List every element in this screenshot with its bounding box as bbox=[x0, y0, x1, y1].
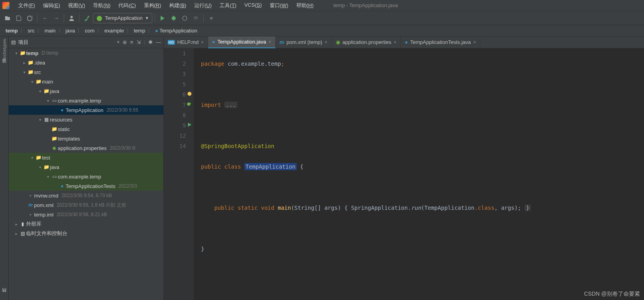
menu-item[interactable]: 重构(R) bbox=[140, 2, 165, 9]
tree-row[interactable]: ▾▦resources bbox=[9, 115, 163, 124]
save-icon[interactable] bbox=[13, 13, 24, 23]
editor-tab[interactable]: ◉application.properties× bbox=[332, 36, 401, 48]
run-icon[interactable] bbox=[157, 13, 168, 23]
breadcrumb-item[interactable]: temp bbox=[132, 28, 147, 34]
menu-item[interactable]: 导航(N) bbox=[89, 2, 114, 9]
breadcrumb-item[interactable]: com bbox=[83, 28, 96, 34]
tree-row[interactable]: ●TempApplication2022/3/30 9:55 bbox=[9, 105, 163, 115]
close-icon[interactable]: × bbox=[394, 40, 396, 45]
editor-area: MDHELP.md×●TempApplication.java×mpom.xml… bbox=[164, 36, 644, 300]
menu-item[interactable]: 文件(F) bbox=[14, 2, 39, 9]
close-icon[interactable]: × bbox=[269, 39, 271, 45]
tree-row[interactable]: ▾📁test bbox=[9, 153, 163, 162]
scratch-icon: ▧ bbox=[19, 231, 26, 236]
maven-icon: m bbox=[280, 39, 284, 45]
gutter: 123567891214 bbox=[164, 48, 194, 300]
editor-tab[interactable]: mpom.xml (temp)× bbox=[276, 36, 332, 48]
tree-row[interactable]: ▸▮外部库 bbox=[9, 219, 163, 229]
tree-row[interactable]: ▸▧临时文件和控制台 bbox=[9, 229, 163, 238]
editor-tab[interactable]: ●TempApplicationTests.java× bbox=[401, 36, 480, 48]
back-icon[interactable]: ← bbox=[40, 13, 50, 23]
tree-row[interactable]: mpom.xml2022/3/30 9:55, 1.9 kB 片刻 之前 bbox=[9, 200, 163, 210]
folder-icon: 📁 bbox=[51, 126, 58, 132]
class-icon: ● bbox=[59, 183, 66, 189]
svg-point-0 bbox=[70, 16, 73, 18]
menu-item[interactable]: 代码(C) bbox=[114, 2, 140, 9]
menu-item[interactable]: 工具(T) bbox=[216, 2, 241, 9]
chevron-down-icon[interactable]: ▼ bbox=[116, 40, 120, 44]
file-icon: ▫ bbox=[27, 193, 34, 198]
project-icon: ▤ bbox=[11, 39, 16, 45]
menu-item[interactable]: VCS(S) bbox=[241, 2, 266, 9]
editor-tab[interactable]: ●TempApplication.java× bbox=[208, 36, 276, 48]
tree-row[interactable]: ▾📁java bbox=[9, 86, 163, 96]
breadcrumb-item[interactable]: src bbox=[26, 28, 36, 34]
stop-icon: ■ bbox=[206, 13, 216, 23]
tree-row[interactable]: ▾📁tempD:\temp bbox=[9, 48, 163, 58]
class-icon: ● bbox=[59, 107, 66, 113]
app-logo-icon bbox=[2, 2, 9, 9]
close-icon[interactable]: × bbox=[201, 40, 204, 45]
open-icon[interactable] bbox=[2, 13, 13, 23]
tree-row[interactable]: ▾▭com.example.temp bbox=[9, 96, 163, 105]
debug-icon[interactable] bbox=[169, 13, 179, 23]
tree-row[interactable]: ●TempApplicationTests2022/3/3 bbox=[9, 181, 163, 191]
code-content[interactable]: package com.example.temp; import ... @Sp… bbox=[194, 48, 644, 300]
left-tool-strip: Archetypes 项目 结构 bbox=[0, 36, 9, 300]
svg-point-2 bbox=[188, 92, 191, 96]
tree-row[interactable]: ▫temp.iml2022/3/30 9:56, 8.21 kB bbox=[9, 210, 163, 219]
project-tree[interactable]: ▾📁tempD:\temp▸📁.idea▾📁src▾📁main▾📁java▾▭c… bbox=[9, 48, 163, 300]
close-icon[interactable]: × bbox=[473, 40, 476, 45]
package-icon: ▭ bbox=[51, 98, 58, 103]
folder-icon: 📁 bbox=[35, 155, 42, 160]
menu-item[interactable]: 窗口(W) bbox=[266, 2, 292, 9]
profile-icon[interactable]: ⟳ bbox=[191, 13, 201, 23]
code-editor[interactable]: 123567891214 package com.example.temp; i… bbox=[164, 48, 644, 300]
close-icon[interactable]: × bbox=[325, 40, 328, 45]
spring-icon: ⬤ bbox=[97, 15, 102, 21]
menu-item[interactable]: 帮助(H) bbox=[292, 2, 318, 9]
bulb-icon[interactable] bbox=[187, 91, 192, 97]
breadcrumb-item[interactable]: java bbox=[64, 28, 77, 34]
menu-item[interactable]: 运行(U) bbox=[190, 2, 216, 9]
breadcrumb-item[interactable]: temp bbox=[4, 28, 19, 34]
editor-tab[interactable]: MDHELP.md× bbox=[164, 36, 208, 48]
folder-icon: 📁 bbox=[27, 69, 34, 75]
tree-row[interactable]: ▾📁java bbox=[9, 162, 163, 172]
breadcrumb-item[interactable]: example bbox=[103, 28, 125, 34]
breadcrumb-item[interactable]: main bbox=[43, 28, 57, 34]
menu-item[interactable]: 视图(V) bbox=[64, 2, 89, 9]
menubar: 文件(F)编辑(E)视图(V)导航(N)代码(C)重构(R)构建(B)运行(U)… bbox=[0, 0, 644, 11]
hide-icon[interactable]: — bbox=[156, 39, 161, 45]
tree-row[interactable]: ▫mvnw.cmd2022/3/30 9:54, 6.73 kB bbox=[9, 191, 163, 200]
forward-icon[interactable]: → bbox=[51, 13, 61, 23]
tree-row[interactable]: ▾▭com.example.temp bbox=[9, 172, 163, 181]
run-configuration[interactable]: ⬤ TempApplication ▼ bbox=[93, 13, 152, 23]
locate-icon[interactable]: ⊕ bbox=[123, 39, 127, 45]
menu-item[interactable]: 构建(B) bbox=[165, 2, 190, 9]
archetypes-tab[interactable]: Archetypes bbox=[2, 39, 7, 61]
root-icon: 📁 bbox=[19, 50, 26, 56]
tree-row[interactable]: ◉application.properties2022/3/30 9: bbox=[9, 143, 163, 153]
tree-row[interactable]: ▾📁main bbox=[9, 77, 163, 86]
settings-icon[interactable]: ✱ bbox=[148, 39, 153, 45]
coverage-icon[interactable] bbox=[180, 13, 190, 23]
watermark: CSDN @别卷了命要紧 bbox=[584, 291, 640, 298]
hammer-icon[interactable] bbox=[82, 13, 92, 23]
tree-row[interactable]: ▾📁src bbox=[9, 67, 163, 77]
project-panel: ▤ 项目 ▼ ⊕ ≡ ⇲ | ✱ — ▾📁tempD:\temp▸📁.idea▾… bbox=[9, 36, 164, 300]
refresh-icon[interactable] bbox=[25, 13, 35, 23]
tree-row[interactable]: 📁templates bbox=[9, 134, 163, 143]
expand-icon[interactable]: ≡ bbox=[130, 39, 133, 45]
tree-row[interactable]: 📁static bbox=[9, 124, 163, 134]
chevron-down-icon: ▼ bbox=[145, 16, 149, 20]
collapse-icon[interactable]: ⇲ bbox=[136, 39, 141, 45]
tree-row[interactable]: ▸📁.idea bbox=[9, 58, 163, 67]
breadcrumb-item[interactable]: ● TempApplication bbox=[153, 28, 199, 34]
resources-icon: ▦ bbox=[43, 117, 50, 122]
person-icon[interactable] bbox=[66, 13, 77, 23]
run-gutter-icon[interactable] bbox=[187, 122, 192, 127]
run-gutter-icon[interactable] bbox=[187, 101, 192, 107]
menu-item[interactable]: 编辑(E) bbox=[39, 2, 64, 9]
props-icon: ◉ bbox=[336, 39, 340, 45]
